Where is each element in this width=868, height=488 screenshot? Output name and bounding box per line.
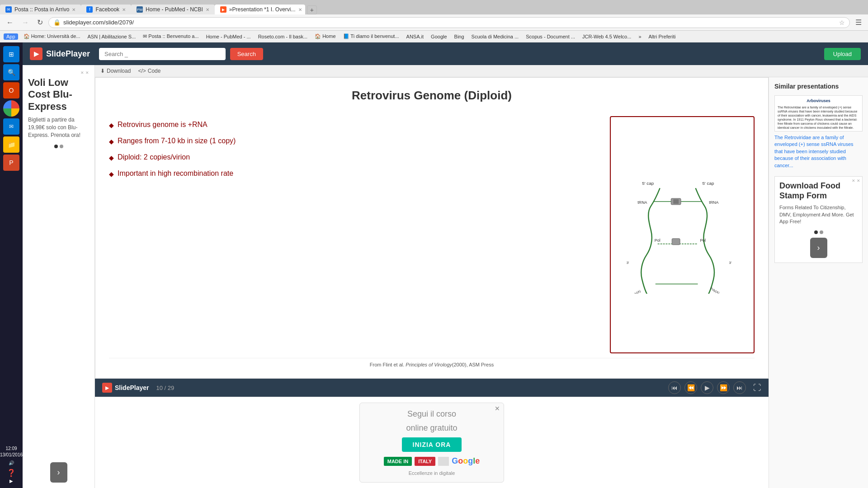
- sp-favicon: ▶: [220, 6, 226, 13]
- bookmark-google[interactable]: Google: [429, 33, 448, 40]
- back-button[interactable]: ←: [4, 18, 16, 28]
- svg-text:tRNA: tRNA: [637, 200, 647, 204]
- address-bar[interactable]: 🔒 slideplayer.com/slide/2079/ ☆: [48, 17, 850, 28]
- taskbar-outlook-icon[interactable]: ✉: [3, 118, 19, 135]
- left-ad-dots: [28, 145, 89, 148]
- help-icon[interactable]: ❓: [0, 468, 23, 478]
- fullscreen-button[interactable]: ⛶: [753, 383, 761, 393]
- taskbar-chrome-icon[interactable]: [3, 100, 19, 117]
- badge-italy-bottom: ITALY: [415, 457, 435, 466]
- tab-pubmed[interactable]: PM Home - PubMed - NCBI ✕: [131, 5, 215, 14]
- tab-mail-close[interactable]: ✕: [72, 7, 75, 12]
- svg-text:Pol: Pol: [700, 238, 706, 242]
- menu-button[interactable]: ☰: [853, 17, 864, 28]
- next-slide-button[interactable]: ⏩: [717, 381, 730, 394]
- badge-italy-top: MADE IN: [384, 457, 412, 466]
- left-ad-next-button[interactable]: ›: [50, 462, 67, 483]
- bottom-ad-text2: online gratuito: [406, 423, 457, 433]
- search-button[interactable]: Search: [230, 48, 263, 60]
- tab-pubmed-close[interactable]: ✕: [206, 7, 209, 12]
- prev-slide-button[interactable]: ⏪: [684, 381, 697, 394]
- new-tab-button[interactable]: +: [307, 5, 317, 14]
- bullet-text-1: Retrovirus genome is +RNA: [118, 121, 208, 129]
- bullet-text-2: Ranges from 7-10 kb in size (1 copy): [118, 137, 236, 145]
- similar-title: Similar presentations: [774, 83, 863, 90]
- ad-dot-2[interactable]: [60, 145, 63, 148]
- tab-bar: ✉ Posta :: Posta in Arrivo ✕ f Facebook …: [0, 0, 868, 14]
- upload-button[interactable]: Upload: [824, 48, 861, 60]
- tab-slideplayer-label: »Presentation *1 I. Overvi...: [229, 6, 296, 13]
- expand-icon[interactable]: ▶: [0, 478, 23, 484]
- inizia-ora-button[interactable]: INIZIA ORA: [402, 437, 462, 452]
- bookmark-ansa[interactable]: ANSA.it: [405, 33, 426, 40]
- last-slide-button[interactable]: ⏭: [733, 381, 746, 394]
- bookmark-home-uni[interactable]: 🏠 Home: Università de...: [22, 33, 82, 40]
- taskbar-search-icon[interactable]: 🔍: [3, 64, 19, 80]
- windows-taskbar: ⊞ 🔍 O ✉ 📁 P 12:09 13/01/2016 🔊 ❓ ▶: [0, 42, 23, 488]
- taskbar-office-icon[interactable]: O: [3, 82, 19, 99]
- similar-item-link-1[interactable]: The Retroviridae are a family of envelop…: [774, 134, 863, 169]
- taskbar-powerpoint-icon[interactable]: P: [3, 155, 19, 171]
- svg-rect-15: [672, 238, 680, 244]
- search-form: Search: [99, 48, 815, 60]
- bookmark-posta[interactable]: ✉ Posta :: Benvenuto a...: [141, 33, 200, 40]
- code-button[interactable]: </> Code: [138, 68, 160, 74]
- svg-text:5' cap: 5' cap: [642, 181, 654, 186]
- slide-counter: 10 / 29: [156, 385, 175, 391]
- slide-area: ⬇ Download </> Code R: [95, 65, 868, 488]
- bookmark-jcr[interactable]: JCR-Web 4.5 Welco...: [580, 33, 633, 40]
- right-ad-next-button[interactable]: ›: [810, 238, 827, 258]
- bookmark-app[interactable]: App: [4, 33, 18, 40]
- bookmark-asn[interactable]: ASN | Abilitazione S...: [85, 33, 137, 40]
- right-ad-dot-1[interactable]: [814, 230, 818, 234]
- similar-thumb-body-1: The Retroviridae are a family of envelop…: [778, 105, 859, 129]
- tab-mail[interactable]: ✉ Posta :: Posta in Arrivo ✕: [0, 5, 81, 14]
- reload-button[interactable]: ↻: [34, 17, 46, 28]
- bookmark-ti-diamo[interactable]: 📘 Ti diamo il benvenut...: [341, 33, 401, 40]
- similar-thumb-text-1: Arboviruses The Retroviridae are a famil…: [777, 98, 860, 129]
- similar-thumb-content-1: Arboviruses The Retroviridae are a famil…: [777, 98, 860, 129]
- tab-slideplayer-close[interactable]: ✕: [298, 7, 302, 12]
- right-ad-close[interactable]: ✕ ✕: [852, 178, 860, 183]
- download-button[interactable]: ⬇ Download: [100, 68, 131, 74]
- player-logo-icon: ▶: [102, 383, 112, 393]
- bullet-3: ◆ Diploid: 2 copies/virion: [109, 153, 601, 161]
- slide-frame: Retrovirus Genome (Diploid) ◆ Retrovirus…: [95, 77, 769, 379]
- tab-facebook[interactable]: f Facebook ✕: [81, 5, 131, 14]
- forward-button[interactable]: →: [19, 18, 32, 28]
- bookmark-pubmed[interactable]: Home - PubMed - ...: [204, 33, 253, 40]
- player-logo-text: SlidePlayer: [115, 384, 149, 391]
- bookmark-bing[interactable]: Bing: [453, 33, 466, 40]
- right-ad-dot-2[interactable]: [820, 230, 823, 234]
- bookmark-altri-label[interactable]: Altri Preferiti: [647, 33, 678, 40]
- bookmark-roseto[interactable]: Roseto.com - Il bask...: [256, 33, 309, 40]
- play-button[interactable]: ▶: [701, 381, 713, 394]
- search-input[interactable]: [99, 48, 226, 60]
- slide-main-content: ◆ Retrovirus genome is +RNA ◆ Ranges fro…: [109, 116, 755, 353]
- similar-item-1[interactable]: Arboviruses The Retroviridae are a famil…: [774, 95, 863, 169]
- svg-text:3': 3': [729, 261, 732, 265]
- bottom-ad-close-button[interactable]: ✕: [495, 405, 500, 412]
- slide-bullets: ◆ Retrovirus genome is +RNA ◆ Ranges fro…: [109, 116, 601, 353]
- bullet-text-3: Diploid: 2 copies/virion: [118, 153, 190, 161]
- tab-facebook-close[interactable]: ✕: [122, 7, 126, 12]
- bookmark-star-icon[interactable]: ☆: [839, 19, 845, 26]
- first-slide-button[interactable]: ⏮: [668, 381, 681, 394]
- address-text: slideplayer.com/slide/2079/: [63, 19, 836, 26]
- nav-bar: ← → ↻ 🔒 slideplayer.com/slide/2079/ ☆ ☰: [0, 14, 868, 31]
- windows-start-icon[interactable]: ⊞: [3, 46, 19, 62]
- sp-logo-text: SlidePlayer: [46, 49, 90, 59]
- bookmark-home2[interactable]: 🏠 Home: [313, 33, 337, 40]
- badge-container: MADE IN ITALY Google: [384, 456, 480, 466]
- bookmark-scuola[interactable]: Scuola di Medicina ...: [470, 33, 521, 40]
- bookmarks-bar: App 🏠 Home: Università de... ASN | Abili…: [0, 31, 868, 42]
- tab-slideplayer[interactable]: ▶ »Presentation *1 I. Overvi... ✕: [215, 5, 305, 14]
- ad-dot-1[interactable]: [54, 145, 58, 148]
- bookmark-scopus[interactable]: Scopus - Document ...: [524, 33, 577, 40]
- bullet-2: ◆ Ranges from 7-10 kb in size (1 copy): [109, 137, 601, 145]
- bookmark-altri[interactable]: »: [637, 33, 643, 40]
- taskbar-file-icon[interactable]: 📁: [3, 136, 19, 153]
- slideplayer-header: ▶ SlidePlayer Search Upload: [23, 42, 868, 65]
- slide-content: Retrovirus Genome (Diploid) ◆ Retrovirus…: [95, 77, 769, 488]
- fb-favicon: f: [86, 6, 93, 13]
